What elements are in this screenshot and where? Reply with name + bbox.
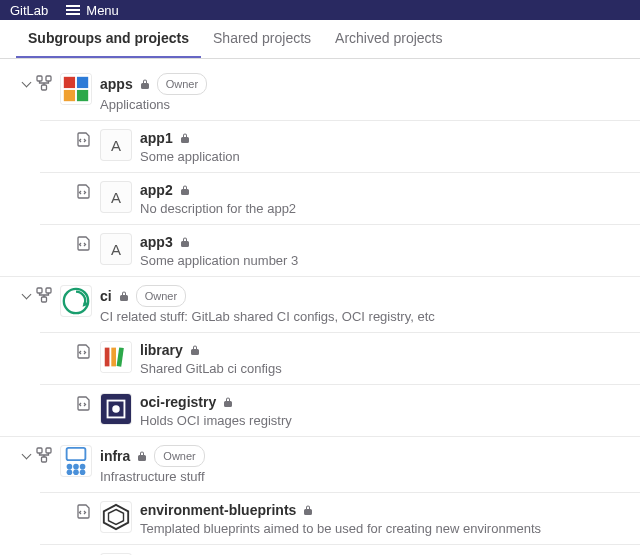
group-avatar-infra[interactable] (60, 445, 92, 477)
project-row-environment-blueprints[interactable]: environment-blueprints Templated bluepri… (40, 492, 640, 544)
project-row-app2[interactable]: A app2 No description for the app2 (40, 172, 640, 224)
group-name[interactable]: ci (100, 287, 112, 305)
top-bar: GitLab Menu (0, 0, 640, 20)
owner-badge: Owner (136, 285, 186, 307)
group-avatar-ci[interactable] (60, 285, 92, 317)
tab-archived-projects[interactable]: Archived projects (323, 20, 454, 58)
group-desc: CI related stuff: GitLab shared CI confi… (100, 309, 624, 324)
project-icon (76, 503, 92, 519)
project-desc: Templated blueprints aimed to be used fo… (140, 521, 624, 536)
project-name[interactable]: app1 (140, 129, 173, 147)
project-row-app1[interactable]: A app1 Some application (40, 120, 640, 172)
group-row-infra[interactable]: infra Owner Infrastructure stuff (0, 436, 640, 492)
project-row-library[interactable]: library Shared GitLab ci configs (40, 332, 640, 384)
tab-shared-projects[interactable]: Shared projects (201, 20, 323, 58)
lock-icon (189, 344, 201, 356)
project-name[interactable]: library (140, 341, 183, 359)
tabs: Subgroups and projects Shared projects A… (0, 20, 640, 59)
subgroup-icon (36, 447, 52, 463)
project-icon (76, 235, 92, 251)
hamburger-icon (66, 5, 80, 15)
group-row-apps[interactable]: apps Owner Applications (0, 65, 640, 120)
project-avatar[interactable]: A (100, 233, 132, 265)
project-avatar[interactable] (100, 341, 132, 373)
project-name[interactable]: oci-registry (140, 393, 216, 411)
group-avatar-apps[interactable] (60, 73, 92, 105)
project-avatar[interactable] (100, 501, 132, 533)
project-desc: Holds OCI images registry (140, 413, 624, 428)
project-avatar[interactable]: A (100, 181, 132, 213)
chevron-down-icon[interactable] (22, 78, 32, 88)
chevron-down-icon[interactable] (22, 290, 32, 300)
owner-badge: Owner (157, 73, 207, 95)
project-icon (76, 343, 92, 359)
group-row-ci[interactable]: ci Owner CI related stuff: GitLab shared… (0, 276, 640, 332)
menu-button[interactable]: Menu (66, 3, 119, 18)
owner-badge: Owner (154, 445, 204, 467)
project-icon (76, 395, 92, 411)
tab-subgroups-projects[interactable]: Subgroups and projects (16, 20, 201, 58)
chevron-down-icon[interactable] (22, 450, 32, 460)
project-icon (76, 131, 92, 147)
project-name[interactable]: app3 (140, 233, 173, 251)
lock-icon (179, 236, 191, 248)
project-desc: Some application (140, 149, 624, 164)
project-avatar[interactable] (100, 393, 132, 425)
lock-icon (179, 184, 191, 196)
project-name[interactable]: environment-blueprints (140, 501, 296, 519)
lock-icon (222, 396, 234, 408)
project-icon (76, 183, 92, 199)
group-tree: apps Owner Applications A app1 Some appl… (0, 59, 640, 555)
project-name[interactable]: app2 (140, 181, 173, 199)
group-desc: Infrastructure stuff (100, 469, 624, 484)
project-desc: Shared GitLab ci configs (140, 361, 624, 376)
lock-icon (302, 504, 314, 516)
subgroup-icon (36, 287, 52, 303)
group-desc: Applications (100, 97, 624, 112)
project-desc: No description for the app2 (140, 201, 624, 216)
project-row-app3[interactable]: A app3 Some application number 3 (40, 224, 640, 276)
subgroup-icon (36, 75, 52, 91)
project-desc: Some application number 3 (140, 253, 624, 268)
group-name[interactable]: apps (100, 75, 133, 93)
lock-icon (179, 132, 191, 144)
lock-icon (118, 290, 130, 302)
project-avatar[interactable]: A (100, 129, 132, 161)
gitlab-logo[interactable]: GitLab (10, 3, 48, 18)
menu-label: Menu (86, 3, 119, 18)
project-row-environment-set[interactable]: environment-set Defines environment sett… (40, 544, 640, 555)
lock-icon (136, 450, 148, 462)
group-name[interactable]: infra (100, 447, 130, 465)
project-row-oci-registry[interactable]: oci-registry Holds OCI images registry (40, 384, 640, 436)
lock-icon (139, 78, 151, 90)
